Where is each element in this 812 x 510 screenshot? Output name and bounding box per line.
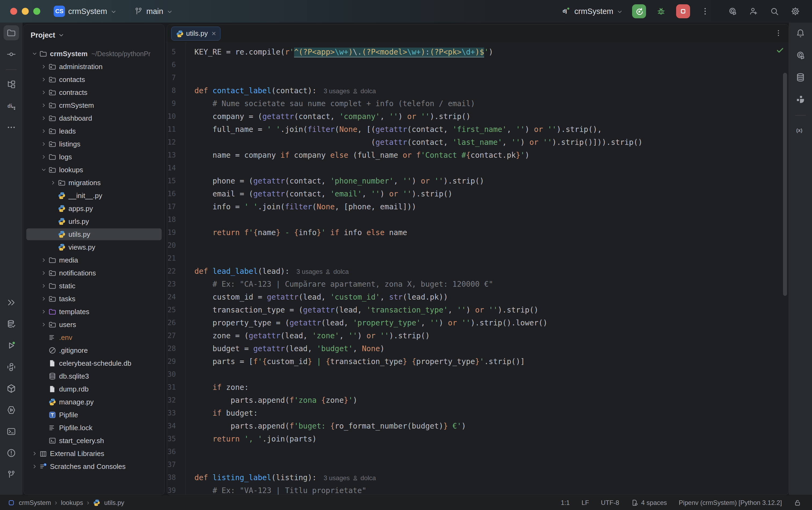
chevron-down-icon[interactable] bbox=[30, 50, 39, 58]
vcs-branch-widget[interactable]: main bbox=[134, 7, 173, 16]
code-line-21[interactable]: 21 bbox=[167, 252, 789, 265]
chevron-right-icon[interactable] bbox=[39, 320, 48, 329]
line-number[interactable]: 16 bbox=[167, 190, 178, 198]
tree-item-crmsystem[interactable]: crmSystem bbox=[24, 99, 164, 112]
line-number[interactable]: 24 bbox=[167, 293, 178, 301]
chevron-right-icon[interactable] bbox=[30, 462, 39, 471]
code-with-me-button[interactable] bbox=[748, 5, 759, 17]
tree-item-external-libraries[interactable]: External Libraries bbox=[24, 447, 164, 460]
code-line-15[interactable]: 15 phone = (getattr(contact, 'phone_numb… bbox=[167, 174, 789, 187]
tab-utils-py[interactable]: utils.py × bbox=[171, 27, 220, 40]
rerun-button[interactable] bbox=[632, 4, 646, 18]
chevron-right-icon[interactable] bbox=[49, 179, 58, 187]
line-number[interactable]: 20 bbox=[167, 241, 178, 249]
django-plugin-tool-window-button[interactable] bbox=[793, 92, 808, 107]
code-line-23[interactable]: 23 # Ex: "CA-123 | Cumpărare apartament,… bbox=[167, 278, 789, 290]
breadcrumb-package[interactable]: lookups bbox=[61, 499, 83, 507]
line-number[interactable]: 17 bbox=[167, 203, 178, 211]
chevron-right-icon[interactable] bbox=[39, 101, 48, 109]
line-number[interactable]: 32 bbox=[167, 396, 178, 404]
settings-button[interactable] bbox=[789, 5, 801, 17]
tree-item-apps-py[interactable]: apps.py bbox=[24, 202, 164, 215]
code-line-25[interactable]: 25 transaction_type = (getattr(lead, 'tr… bbox=[167, 303, 789, 316]
tree-item-manage-py[interactable]: manage.py bbox=[24, 396, 164, 408]
code-line-38[interactable]: 38def listing_label(listing):3 usagesdol… bbox=[167, 471, 789, 484]
tree-item-dashboard[interactable]: dashboard bbox=[24, 112, 164, 125]
more-tool-windows-button[interactable] bbox=[3, 120, 19, 135]
line-number[interactable]: 18 bbox=[167, 216, 178, 224]
structure-tool-window-button[interactable] bbox=[3, 77, 19, 92]
tree-item-users[interactable]: users bbox=[24, 318, 164, 331]
line-number[interactable]: 27 bbox=[167, 332, 178, 340]
ai-assistant-button[interactable] bbox=[793, 48, 808, 63]
minimize-window-button[interactable] bbox=[22, 8, 29, 15]
tree-item-views-py[interactable]: views.py bbox=[24, 241, 164, 254]
tree-item-notifications[interactable]: notifications bbox=[24, 266, 164, 279]
line-number[interactable]: 28 bbox=[167, 344, 178, 352]
chevron-right-icon[interactable] bbox=[39, 63, 48, 71]
chevron-right-icon[interactable] bbox=[39, 308, 48, 316]
tree-item-migrations[interactable]: migrations bbox=[24, 176, 164, 189]
code-line-5[interactable]: 5KEY_RE = re.compile(r'^(?P<app>\w+)\.(?… bbox=[167, 46, 789, 58]
tree-item-init-py[interactable]: __init__.py bbox=[24, 189, 164, 202]
code-line-31[interactable]: 31 if zone: bbox=[167, 381, 789, 394]
line-number[interactable]: 15 bbox=[167, 177, 178, 185]
tree-item-listings[interactable]: listings bbox=[24, 138, 164, 150]
tree-item-leads[interactable]: leads bbox=[24, 125, 164, 138]
chevron-right-icon[interactable] bbox=[30, 450, 39, 458]
line-number[interactable]: 36 bbox=[167, 448, 178, 456]
usages-hint[interactable]: 3 usagesdolca bbox=[324, 87, 376, 95]
line-number[interactable]: 37 bbox=[167, 460, 178, 469]
line-number[interactable]: 7 bbox=[167, 74, 178, 82]
tree-item-pipfile-lock[interactable]: Pipfile.lock bbox=[24, 421, 164, 434]
line-number[interactable]: 39 bbox=[167, 486, 178, 494]
line-number[interactable]: 35 bbox=[167, 435, 178, 443]
notifications-button[interactable] bbox=[793, 26, 808, 41]
breadcrumb-file[interactable]: utils.py bbox=[104, 499, 124, 507]
version-control-tool-window-button[interactable] bbox=[3, 467, 19, 482]
line-number[interactable]: 8 bbox=[167, 87, 178, 94]
run-configuration-selector[interactable]: dj crmSystem bbox=[562, 7, 623, 16]
code-line-12[interactable]: 12 (getattr(contact, 'last_name', '') or… bbox=[167, 136, 789, 149]
tab-options-button[interactable] bbox=[773, 28, 784, 39]
chevron-right-icon[interactable] bbox=[39, 76, 48, 84]
code-line-19[interactable]: 19 return f'{name} - {info}' if info els… bbox=[167, 226, 789, 239]
line-number[interactable]: 5 bbox=[167, 48, 178, 56]
chevron-right-icon[interactable] bbox=[39, 127, 48, 135]
stop-button[interactable] bbox=[676, 4, 690, 18]
problems-tool-window-button[interactable] bbox=[3, 446, 19, 460]
breadcrumb-project[interactable]: crmSystem bbox=[19, 499, 51, 507]
line-number[interactable]: 9 bbox=[167, 100, 178, 108]
code-line-32[interactable]: 32 parts.append(f'zona {zone}') bbox=[167, 394, 789, 406]
line-number[interactable]: 34 bbox=[167, 422, 178, 430]
chevron-right-icon[interactable] bbox=[39, 140, 48, 148]
code-line-17[interactable]: 17 info = ' '.join(filter(None, [phone, … bbox=[167, 200, 789, 213]
code-line-30[interactable]: 30 bbox=[167, 368, 789, 381]
tree-item-pipfile[interactable]: Pipfile bbox=[24, 408, 164, 421]
line-number[interactable]: 10 bbox=[167, 112, 178, 120]
close-window-button[interactable] bbox=[10, 8, 17, 15]
code-line-28[interactable]: 28 budget = getattr(lead, 'budget', None… bbox=[167, 342, 789, 355]
code-line-27[interactable]: 27 zone = (getattr(lead, 'zone', '') or … bbox=[167, 329, 789, 342]
ai-assistant-button[interactable] bbox=[727, 5, 739, 17]
inspections-ok-icon[interactable] bbox=[776, 46, 784, 55]
line-number[interactable]: 25 bbox=[167, 306, 178, 314]
code-line-16[interactable]: 16 email = (getattr(contact, 'email', ''… bbox=[167, 187, 789, 200]
close-tab-icon[interactable]: × bbox=[212, 29, 216, 38]
run-anything-button[interactable] bbox=[3, 402, 19, 418]
chevron-right-icon[interactable] bbox=[39, 114, 48, 122]
line-number[interactable]: 12 bbox=[167, 138, 178, 146]
code-editor[interactable]: 5KEY_RE = re.compile(r'^(?P<app>\w+)\.(?… bbox=[167, 43, 789, 495]
python-console-button[interactable] bbox=[3, 360, 19, 374]
code-line-24[interactable]: 24 custom_id = getattr(lead, 'custom_id'… bbox=[167, 290, 789, 303]
tree-item-urls-py[interactable]: urls.py bbox=[24, 215, 164, 228]
code-line-14[interactable]: 14 bbox=[167, 162, 789, 174]
tree-item-contracts[interactable]: contracts bbox=[24, 86, 164, 99]
tree-item-utils-py[interactable]: utils.py bbox=[24, 228, 164, 241]
project-panel-header[interactable]: Project bbox=[24, 24, 164, 41]
chevron-right-icon[interactable] bbox=[39, 295, 48, 303]
interpreter-widget[interactable]: Pipenv (crmSystem) [Python 3.12.2] bbox=[679, 499, 782, 507]
usages-hint[interactable]: 3 usagesdolca bbox=[296, 268, 349, 276]
line-number[interactable]: 23 bbox=[167, 280, 178, 288]
debug-button[interactable] bbox=[655, 5, 667, 17]
